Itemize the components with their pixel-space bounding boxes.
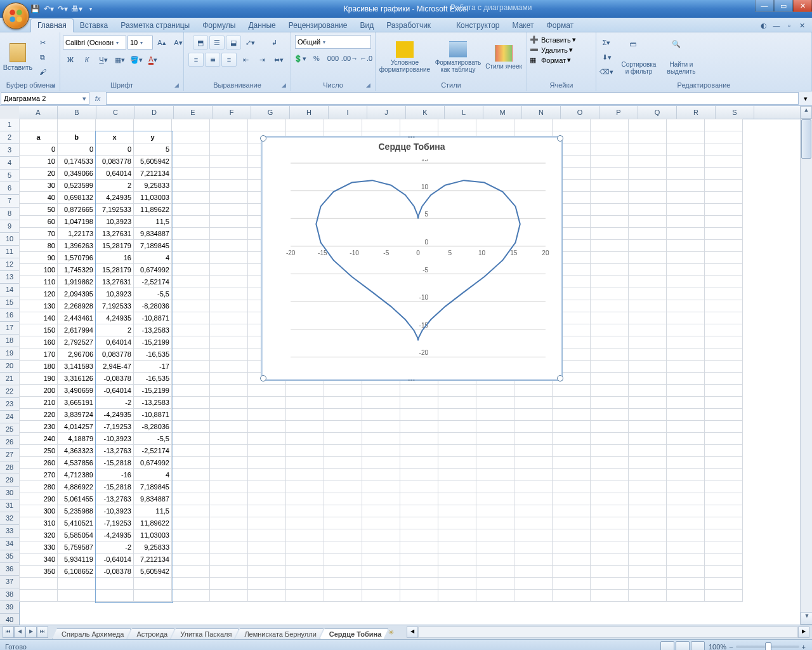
- cell[interactable]: 150: [20, 324, 58, 336]
- cell[interactable]: [667, 385, 705, 397]
- cell[interactable]: -0,08378: [96, 566, 134, 578]
- italic-button[interactable]: К: [79, 53, 95, 67]
- cell[interactable]: 250: [20, 445, 58, 457]
- cell[interactable]: 5,759587: [58, 541, 96, 554]
- cell[interactable]: [629, 566, 667, 578]
- cell[interactable]: [705, 143, 743, 156]
- cell[interactable]: [362, 529, 400, 541]
- cell[interactable]: [172, 300, 210, 312]
- cell[interactable]: [438, 554, 476, 566]
- cell[interactable]: [705, 481, 743, 493]
- cell[interactable]: 100: [20, 264, 58, 276]
- cell[interactable]: 0: [96, 143, 134, 156]
- cell[interactable]: -8,28036: [134, 300, 172, 312]
- cell[interactable]: [514, 119, 553, 131]
- cell[interactable]: [629, 493, 667, 505]
- cell[interactable]: 4: [134, 252, 172, 264]
- cell[interactable]: [476, 566, 514, 578]
- view-normal-icon[interactable]: [660, 641, 674, 650]
- cell[interactable]: [172, 240, 210, 252]
- cell[interactable]: -8,28036: [134, 421, 172, 433]
- increase-indent-icon[interactable]: ⇥: [254, 53, 270, 67]
- cell[interactable]: [514, 541, 553, 554]
- insert-cells-button[interactable]: Вставить: [541, 36, 571, 44]
- row-header[interactable]: 20: [0, 360, 19, 373]
- chart-plot-area[interactable]: -20-15-10-5051015-20-15-10-505101520: [272, 159, 552, 370]
- cell[interactable]: [172, 421, 210, 433]
- autosum-icon[interactable]: Σ▾: [599, 36, 614, 50]
- cell[interactable]: 0,64014: [96, 168, 134, 180]
- formula-expand-icon[interactable]: ▾: [799, 91, 812, 105]
- cell[interactable]: [553, 566, 591, 578]
- cell[interactable]: [629, 517, 667, 529]
- cell[interactable]: [400, 578, 438, 590]
- qat-save-icon[interactable]: 💾: [29, 3, 41, 15]
- cell[interactable]: [210, 156, 248, 168]
- sheet-nav-first-icon[interactable]: ⏮: [3, 627, 14, 638]
- cell[interactable]: 5,235988: [58, 505, 96, 517]
- cell[interactable]: -16: [96, 469, 134, 481]
- cell[interactable]: [324, 481, 362, 493]
- cell[interactable]: 16: [96, 252, 134, 264]
- cell[interactable]: [210, 204, 248, 216]
- cell[interactable]: [58, 590, 96, 602]
- cell[interactable]: [362, 541, 400, 554]
- row-header[interactable]: 24: [0, 411, 19, 423]
- cell[interactable]: [172, 445, 210, 457]
- cut-icon[interactable]: ✂: [35, 36, 50, 50]
- cell[interactable]: [210, 554, 248, 566]
- cell[interactable]: [172, 529, 210, 541]
- cell[interactable]: b: [58, 131, 96, 143]
- underline-button[interactable]: Ч▾: [96, 53, 111, 67]
- close-button[interactable]: ✕: [793, 0, 812, 12]
- align-launcher-icon[interactable]: ◢: [282, 82, 289, 90]
- align-top-icon[interactable]: ⬒: [193, 36, 208, 50]
- cell[interactable]: [705, 204, 743, 216]
- cell[interactable]: 210: [20, 397, 58, 409]
- cell[interactable]: [400, 433, 438, 445]
- cell[interactable]: [286, 590, 324, 602]
- cell[interactable]: [438, 119, 476, 131]
- sheet-tab[interactable]: Лемниската Бернулли: [235, 628, 323, 639]
- cell[interactable]: [210, 457, 248, 469]
- cell[interactable]: [248, 554, 286, 566]
- font-size-combo[interactable]: 10▾: [128, 36, 153, 50]
- cell[interactable]: -2,52174: [134, 445, 172, 457]
- cell[interactable]: [400, 517, 438, 529]
- cell[interactable]: [438, 590, 476, 602]
- cell[interactable]: [324, 529, 362, 541]
- cell[interactable]: [705, 397, 743, 409]
- cell[interactable]: 70: [20, 228, 58, 240]
- row-header[interactable]: 28: [0, 461, 19, 474]
- qat-redo-icon[interactable]: ↷▾: [56, 3, 69, 15]
- cell[interactable]: [629, 312, 667, 324]
- cell[interactable]: [667, 240, 705, 252]
- cell[interactable]: [438, 517, 476, 529]
- cell[interactable]: [476, 529, 514, 541]
- cell[interactable]: 5,605942: [134, 156, 172, 168]
- cell[interactable]: [172, 131, 210, 143]
- column-header[interactable]: F: [213, 106, 251, 119]
- cell[interactable]: [286, 469, 324, 481]
- cell[interactable]: [629, 590, 667, 602]
- row-header[interactable]: 14: [0, 284, 19, 296]
- row-header[interactable]: 9: [0, 220, 19, 233]
- tab-formulas[interactable]: Формулы: [196, 19, 242, 32]
- cell[interactable]: [58, 119, 96, 131]
- doc-restore-icon[interactable]: ▫: [784, 22, 794, 32]
- cell[interactable]: [591, 469, 629, 481]
- currency-icon[interactable]: 💲▾: [292, 51, 308, 65]
- cell[interactable]: [705, 156, 743, 168]
- cell[interactable]: -15,2199: [134, 336, 172, 348]
- cell[interactable]: [362, 469, 400, 481]
- number-format-combo[interactable]: Общий▾: [295, 35, 371, 49]
- clipboard-launcher-icon[interactable]: ◢: [51, 82, 58, 90]
- cell[interactable]: [324, 469, 362, 481]
- cell[interactable]: 0,174533: [58, 156, 96, 168]
- cell[interactable]: [591, 216, 629, 228]
- cell[interactable]: [667, 252, 705, 264]
- cell[interactable]: [324, 578, 362, 590]
- font-color-button[interactable]: A▾: [145, 53, 160, 67]
- cell[interactable]: [591, 421, 629, 433]
- cell[interactable]: 310: [20, 517, 58, 529]
